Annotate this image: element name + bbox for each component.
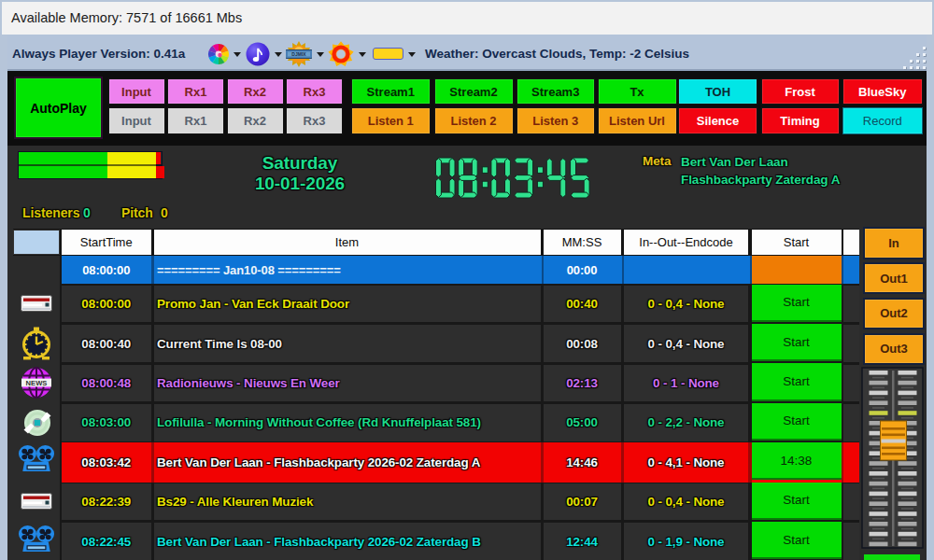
svg-text:NEWS: NEWS [26,379,48,387]
